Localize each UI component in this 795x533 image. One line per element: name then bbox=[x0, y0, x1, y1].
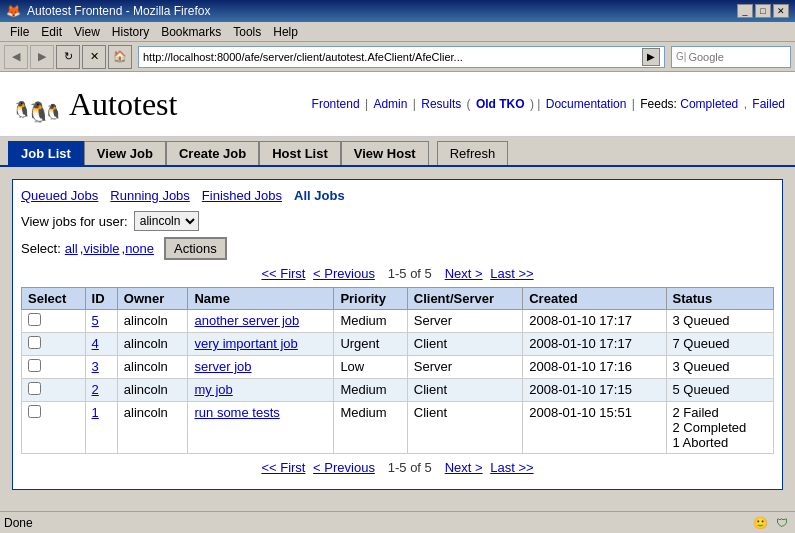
tab-create-job[interactable]: Create Job bbox=[166, 141, 259, 165]
first-link-top[interactable]: << First bbox=[261, 266, 305, 281]
link-old-tko[interactable]: Old TKO bbox=[476, 97, 525, 111]
stop-button[interactable]: ✕ bbox=[82, 45, 106, 69]
back-button[interactable]: ◀ bbox=[4, 45, 28, 69]
job-name-link[interactable]: very important job bbox=[194, 336, 297, 351]
link-documentation[interactable]: Documentation bbox=[546, 97, 627, 111]
user-select[interactable]: alincoln All bbox=[134, 211, 199, 231]
cell-name: server job bbox=[188, 356, 334, 379]
status-smiley-icon: 🙂 bbox=[751, 514, 769, 532]
minimize-button[interactable]: _ bbox=[737, 4, 753, 18]
col-select: Select bbox=[22, 288, 86, 310]
maximize-button[interactable]: □ bbox=[755, 4, 771, 18]
actions-button[interactable]: Actions bbox=[164, 237, 227, 260]
menu-view[interactable]: View bbox=[68, 23, 106, 41]
cell-priority: Low bbox=[334, 356, 407, 379]
home-button[interactable]: 🏠 bbox=[108, 45, 132, 69]
title-bar: 🦊 Autotest Frontend - Mozilla Firefox _ … bbox=[0, 0, 795, 22]
cell-select bbox=[22, 356, 86, 379]
row-checkbox[interactable] bbox=[28, 382, 41, 395]
next-link-top[interactable]: Next > bbox=[445, 266, 483, 281]
search-icon: G| bbox=[676, 51, 686, 62]
select-label: Select: bbox=[21, 241, 61, 256]
cell-priority: Medium bbox=[334, 379, 407, 402]
col-client-server: Client/Server bbox=[407, 288, 522, 310]
cell-status: 3 Queued bbox=[666, 310, 774, 333]
content-wrapper: Queued Jobs Running Jobs Finished Jobs A… bbox=[0, 167, 795, 502]
row-checkbox[interactable] bbox=[28, 336, 41, 349]
url-input[interactable] bbox=[143, 51, 642, 63]
menu-help[interactable]: Help bbox=[267, 23, 304, 41]
prev-link-bottom[interactable]: < Previous bbox=[313, 460, 375, 475]
sep2c: ) | bbox=[530, 97, 544, 111]
url-bar[interactable]: ▶ bbox=[138, 46, 665, 68]
feeds-label: Feeds: bbox=[640, 97, 677, 111]
cell-priority: Medium bbox=[334, 310, 407, 333]
prev-link-top[interactable]: < Previous bbox=[313, 266, 375, 281]
last-link-bottom[interactable]: Last >> bbox=[490, 460, 533, 475]
tab-view-job[interactable]: View Job bbox=[84, 141, 166, 165]
table-row: 5 alincoln another server job Medium Ser… bbox=[22, 310, 774, 333]
search-input[interactable] bbox=[688, 51, 795, 63]
cell-status: 3 Queued bbox=[666, 356, 774, 379]
menu-edit[interactable]: Edit bbox=[35, 23, 68, 41]
cell-name: very important job bbox=[188, 333, 334, 356]
sub-tab-running[interactable]: Running Jobs bbox=[110, 188, 190, 203]
forward-button[interactable]: ▶ bbox=[30, 45, 54, 69]
job-name-link[interactable]: run some tests bbox=[194, 405, 279, 420]
select-visible-link[interactable]: visible bbox=[83, 241, 119, 256]
row-checkbox[interactable] bbox=[28, 359, 41, 372]
link-completed[interactable]: Completed bbox=[680, 97, 738, 111]
link-frontend[interactable]: Frontend bbox=[312, 97, 360, 111]
job-name-link[interactable]: server job bbox=[194, 359, 251, 374]
cell-client-server: Server bbox=[407, 310, 522, 333]
menu-bookmarks[interactable]: Bookmarks bbox=[155, 23, 227, 41]
cell-id: 2 bbox=[85, 379, 117, 402]
cell-owner: alincoln bbox=[117, 379, 188, 402]
next-link-bottom[interactable]: Next > bbox=[445, 460, 483, 475]
go-button[interactable]: ▶ bbox=[642, 48, 660, 66]
sep4: , bbox=[744, 97, 751, 111]
menu-tools[interactable]: Tools bbox=[227, 23, 267, 41]
content-panel: Queued Jobs Running Jobs Finished Jobs A… bbox=[12, 179, 783, 490]
cell-select bbox=[22, 310, 86, 333]
close-button[interactable]: ✕ bbox=[773, 4, 789, 18]
job-id-link[interactable]: 5 bbox=[92, 313, 99, 328]
menu-history[interactable]: History bbox=[106, 23, 155, 41]
first-link-bottom[interactable]: << First bbox=[261, 460, 305, 475]
sub-tab-all[interactable]: All Jobs bbox=[294, 188, 345, 203]
row-checkbox[interactable] bbox=[28, 313, 41, 326]
reload-button[interactable]: ↻ bbox=[56, 45, 80, 69]
sep2: | bbox=[413, 97, 419, 111]
job-id-link[interactable]: 4 bbox=[92, 336, 99, 351]
row-checkbox[interactable] bbox=[28, 405, 41, 418]
last-link-top[interactable]: Last >> bbox=[490, 266, 533, 281]
link-admin[interactable]: Admin bbox=[373, 97, 407, 111]
sub-tab-finished[interactable]: Finished Jobs bbox=[202, 188, 282, 203]
job-id-link[interactable]: 1 bbox=[92, 405, 99, 420]
filter-row: View jobs for user: alincoln All bbox=[21, 211, 774, 231]
tab-view-host[interactable]: View Host bbox=[341, 141, 429, 165]
refresh-button[interactable]: Refresh bbox=[437, 141, 509, 165]
pagination-bottom: << First < Previous 1-5 of 5 Next > Last… bbox=[21, 460, 774, 475]
tab-host-list[interactable]: Host List bbox=[259, 141, 341, 165]
job-name-link[interactable]: my job bbox=[194, 382, 232, 397]
table-row: 4 alincoln very important job Urgent Cli… bbox=[22, 333, 774, 356]
cell-id: 3 bbox=[85, 356, 117, 379]
select-none-link[interactable]: none bbox=[125, 241, 154, 256]
sub-tab-queued[interactable]: Queued Jobs bbox=[21, 188, 98, 203]
select-all-link[interactable]: all bbox=[65, 241, 78, 256]
tux-logo: 🐧 🐧 🐧 bbox=[10, 77, 65, 132]
job-id-link[interactable]: 3 bbox=[92, 359, 99, 374]
link-results[interactable]: Results bbox=[421, 97, 461, 111]
header-links: Frontend | Admin | Results ( Old TKO ) |… bbox=[312, 97, 785, 111]
tab-job-list[interactable]: Job List bbox=[8, 141, 84, 165]
link-failed[interactable]: Failed bbox=[752, 97, 785, 111]
cell-name: my job bbox=[188, 379, 334, 402]
jobs-table: Select ID Owner Name Priority Client/Ser… bbox=[21, 287, 774, 454]
logo-area: 🐧 🐧 🐧 Autotest bbox=[10, 77, 177, 132]
menu-file[interactable]: File bbox=[4, 23, 35, 41]
job-name-link[interactable]: another server job bbox=[194, 313, 299, 328]
search-bar: G| ▶ bbox=[671, 46, 791, 68]
job-id-link[interactable]: 2 bbox=[92, 382, 99, 397]
cell-name: run some tests bbox=[188, 402, 334, 454]
